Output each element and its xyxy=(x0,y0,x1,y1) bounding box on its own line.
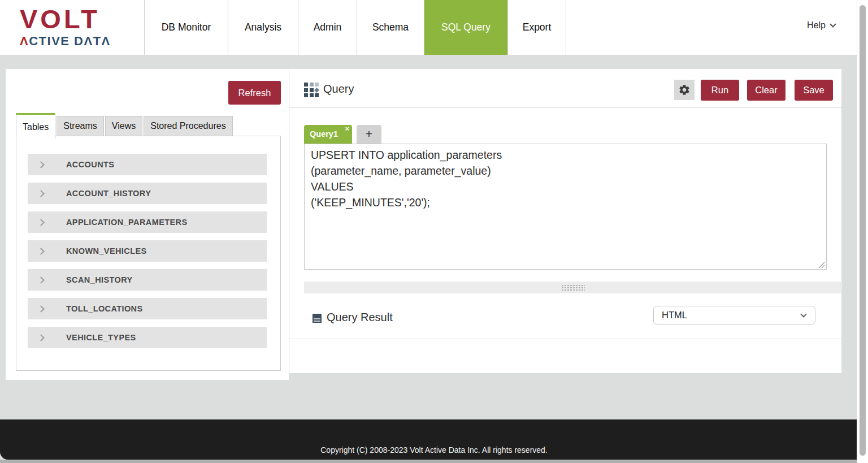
top-navbar: VOLT ΛCTIVE DΛTΛ DB Monitor Analysis Adm… xyxy=(0,0,868,55)
table-row-vehicle-types[interactable]: VEHICLE_TYPES xyxy=(28,327,267,348)
result-format-value: HTML xyxy=(662,310,687,321)
logo-subtitle-rest: CTIVE DΛTΛ xyxy=(29,34,111,48)
copyright-text: Copyright (C) 2008-2023 Volt Active Data… xyxy=(0,445,868,455)
tab-analysis[interactable]: Analysis xyxy=(228,0,298,55)
query-tab-label: Query1 xyxy=(310,129,338,139)
page-footer: Copyright (C) 2008-2023 Volt Active Data… xyxy=(0,419,868,460)
chevron-down-icon xyxy=(830,21,836,27)
refresh-button[interactable]: Refresh xyxy=(228,81,281,105)
close-icon[interactable]: × xyxy=(345,125,349,133)
tables-list: ACCOUNTS ACCOUNT_HISTORY APPLICATION_PAR… xyxy=(16,136,281,371)
logo-subtitle-accent: Λ xyxy=(20,34,29,48)
table-row-scan-history[interactable]: SCAN_HISTORY xyxy=(28,269,267,291)
table-name: TOLL_LOCATIONS xyxy=(66,304,143,313)
expand-chevron-icon[interactable] xyxy=(37,219,45,226)
clear-button[interactable]: Clear xyxy=(747,80,785,101)
tab-db-monitor[interactable]: DB Monitor xyxy=(144,0,228,55)
expand-chevron-icon[interactable] xyxy=(37,276,45,284)
vertical-scrollbar[interactable] xyxy=(857,0,868,463)
query-result-icon xyxy=(313,314,322,323)
table-name: VEHICLE_TYPES xyxy=(66,333,136,342)
volt-logo: VOLT ΛCTIVE DΛTΛ xyxy=(20,6,111,49)
tab-sql-query[interactable]: SQL Query xyxy=(424,0,507,55)
header-divider xyxy=(289,107,842,108)
run-button[interactable]: Run xyxy=(701,80,739,101)
logo-subtitle: ΛCTIVE DΛTΛ xyxy=(20,34,111,49)
table-row-toll-locations[interactable]: TOLL_LOCATIONS xyxy=(28,298,267,319)
add-query-tab-button[interactable]: + xyxy=(357,125,381,144)
query-panel: Query Run Clear Save Query1 × + UPSERT I… xyxy=(289,69,841,373)
tab-admin[interactable]: Admin xyxy=(298,0,357,55)
expand-chevron-icon[interactable] xyxy=(37,248,45,255)
query-title: Query xyxy=(323,83,354,96)
panel-splitter[interactable] xyxy=(304,282,842,293)
tab-export[interactable]: Export xyxy=(507,0,566,55)
table-name: ACCOUNT_HISTORY xyxy=(66,189,151,198)
table-row-accounts[interactable]: ACCOUNTS xyxy=(28,154,267,175)
table-name: SCAN_HISTORY xyxy=(66,275,133,284)
tab-stored-procedures[interactable]: Stored Procedures xyxy=(144,116,232,136)
table-name: APPLICATION_PARAMETERS xyxy=(66,218,188,227)
chevron-down-icon xyxy=(800,311,806,317)
expand-chevron-icon[interactable] xyxy=(37,190,45,197)
expand-chevron-icon[interactable] xyxy=(37,305,45,313)
query-grid-icon xyxy=(304,83,319,98)
query-result-title: Query Result xyxy=(327,311,393,324)
scrollbar-thumb[interactable] xyxy=(860,5,866,456)
main-nav-tabs: DB Monitor Analysis Admin Schema SQL Que… xyxy=(144,0,566,55)
splitter-grip-icon xyxy=(561,284,585,291)
tab-schema[interactable]: Schema xyxy=(357,0,424,55)
help-label: Help xyxy=(807,20,826,31)
tab-views[interactable]: Views xyxy=(105,116,142,136)
help-menu[interactable]: Help xyxy=(807,20,835,31)
window-bottom-edge xyxy=(0,460,868,463)
table-name: KNOWN_VEHICLES xyxy=(66,246,147,256)
table-row-account-history[interactable]: ACCOUNT_HISTORY xyxy=(28,183,267,204)
gear-icon xyxy=(678,84,691,96)
result-format-select[interactable]: HTML xyxy=(653,306,815,324)
tab-tables[interactable]: Tables xyxy=(16,113,55,139)
tab-streams[interactable]: Streams xyxy=(57,116,104,136)
sql-editor-textarea[interactable]: UPSERT INTO application_parameters (para… xyxy=(304,144,827,270)
table-row-application-parameters[interactable]: APPLICATION_PARAMETERS xyxy=(28,211,267,233)
query-tab-query1[interactable]: Query1 × xyxy=(304,125,352,144)
expand-chevron-icon[interactable] xyxy=(37,334,45,341)
query-settings-button[interactable] xyxy=(674,80,695,100)
save-button[interactable]: Save xyxy=(795,80,833,101)
sidebar-tabs: Tables Streams Views Stored Procedures xyxy=(16,113,233,139)
schema-sidebar: Refresh Tables Streams Views Stored Proc… xyxy=(6,69,289,380)
table-name: ACCOUNTS xyxy=(66,160,114,169)
table-row-known-vehicles[interactable]: KNOWN_VEHICLES xyxy=(28,240,267,262)
expand-chevron-icon[interactable] xyxy=(37,161,45,168)
result-divider xyxy=(289,339,842,339)
logo-title: VOLT xyxy=(20,6,111,33)
textarea-resize-handle[interactable] xyxy=(818,262,825,269)
